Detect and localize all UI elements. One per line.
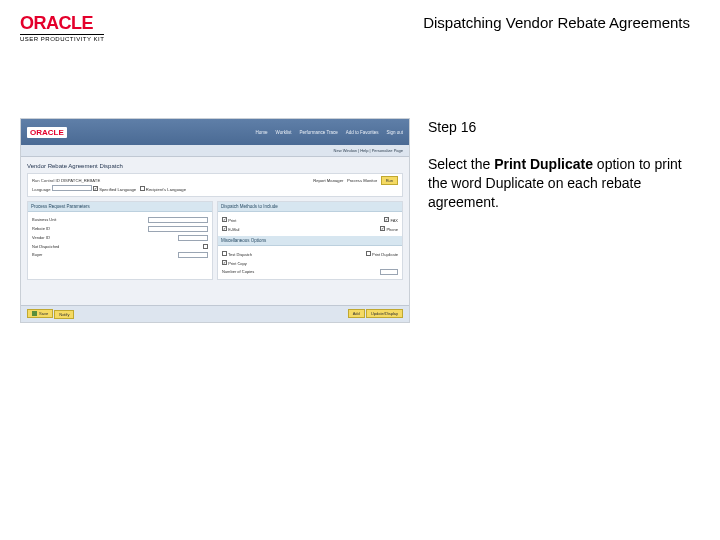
nav-home[interactable]: Home (256, 130, 268, 135)
language-label: Language (32, 187, 51, 192)
dup-label: Print Duplicate (372, 252, 398, 257)
spec-lang-label: Specified Language (99, 187, 136, 192)
panels-row: Process Request Parameters Business Unit… (21, 201, 409, 280)
email-label: E-Mail (228, 227, 239, 232)
rec-lang-radio[interactable] (140, 186, 145, 191)
app-logo: ORACLE (27, 127, 67, 138)
spec-lang-radio[interactable] (93, 186, 98, 191)
app-page-head: Vendor Rebate Agreement Dispatch (21, 157, 409, 171)
phone-checkbox[interactable] (380, 226, 385, 231)
page-sub[interactable]: New Window | Help | Personalize Page (334, 148, 403, 153)
buyer-label: Buyer (32, 252, 42, 257)
run-control-value: DISPATCH_REBATE (61, 178, 100, 183)
copies-input[interactable] (380, 269, 398, 275)
panel-process-params: Process Request Parameters Business Unit… (27, 201, 213, 280)
buyer-input[interactable] (178, 252, 208, 258)
panel-left-title: Process Request Parameters (28, 202, 212, 212)
update-button[interactable]: Update/Display (366, 309, 403, 318)
test-dispatch-checkbox[interactable] (222, 251, 227, 256)
nav-perf[interactable]: Performance Trace (299, 130, 337, 135)
unit-label: Business Unit (32, 217, 56, 222)
save-icon (32, 311, 37, 316)
copies-label: Number of Copies (222, 269, 254, 274)
notify-button[interactable]: Notify (54, 310, 74, 319)
rec-lang-label: Recipient's Language (146, 187, 186, 192)
step-label: Step 16 (428, 118, 690, 137)
phone-label: Phone (386, 227, 398, 232)
test-label: Test Dispatch (228, 252, 252, 257)
vendor-input[interactable] (178, 235, 208, 241)
process-monitor-link[interactable]: Process Monitor (347, 178, 377, 183)
save-button[interactable]: Save (27, 309, 53, 318)
nodisp-label: Not Dispatched (32, 244, 59, 249)
page-title: Dispatching Vendor Rebate Agreements (423, 14, 700, 31)
print-duplicate-checkbox[interactable] (366, 251, 371, 256)
instruction-panel: Step 16 Select the Print Duplicate optio… (428, 118, 700, 323)
language-select[interactable] (52, 185, 92, 191)
report-manager-link[interactable]: Report Manager (313, 178, 343, 183)
page-sub-links: New Window | Help | Personalize Page (21, 145, 409, 157)
brand-logo: ORACLE (20, 14, 104, 32)
nav-fav[interactable]: Add to Favorites (346, 130, 379, 135)
brand-block: ORACLE USER PRODUCTIVITY KIT (20, 14, 104, 42)
nav-worklist[interactable]: Worklist (276, 130, 292, 135)
fax-label: FAX (390, 218, 398, 223)
rebate-input[interactable] (148, 226, 208, 232)
app-page-title: Vendor Rebate Agreement Dispatch (27, 163, 123, 169)
run-button[interactable]: Run (381, 176, 398, 185)
content-row: ORACLE Home Worklist Performance Trace A… (0, 48, 720, 323)
nodisp-checkbox[interactable] (203, 244, 208, 249)
panel-mid-title: Dispatch Methods to Include (218, 202, 402, 212)
app-nav: Home Worklist Performance Trace Add to F… (256, 130, 403, 135)
nav-signout[interactable]: Sign out (386, 130, 403, 135)
run-control-label: Run Control ID (32, 178, 60, 183)
print-checkbox[interactable] (222, 217, 227, 222)
page-header: ORACLE USER PRODUCTIVITY KIT Dispatching… (0, 0, 720, 48)
rebate-label: Rebate ID (32, 226, 50, 231)
print-copy-checkbox[interactable] (222, 260, 227, 265)
add-button[interactable]: Add (348, 309, 365, 318)
fax-checkbox[interactable] (384, 217, 389, 222)
app-topbar: ORACLE Home Worklist Performance Trace A… (21, 119, 409, 145)
unit-input[interactable] (148, 217, 208, 223)
run-control-area: Run Control ID DISPATCH_REBATE Report Ma… (27, 173, 403, 197)
panel-dispatch-methods: Dispatch Methods to Include Print FAX E-… (217, 201, 403, 280)
instruction-bold: Print Duplicate (494, 156, 593, 172)
app-screenshot: ORACLE Home Worklist Performance Trace A… (20, 118, 410, 323)
copy-label: Print Copy (228, 261, 247, 266)
brand-subtitle: USER PRODUCTIVITY KIT (20, 34, 104, 42)
print-label: Print (228, 218, 236, 223)
email-checkbox[interactable] (222, 226, 227, 231)
instruction-text: Select the Print Duplicate option to pri… (428, 155, 690, 212)
panel-misc-title: Miscellaneous Options (218, 236, 402, 246)
app-bottom-bar: Save Notify Add Update/Display (21, 305, 409, 322)
vendor-label: Vendor ID (32, 235, 50, 240)
